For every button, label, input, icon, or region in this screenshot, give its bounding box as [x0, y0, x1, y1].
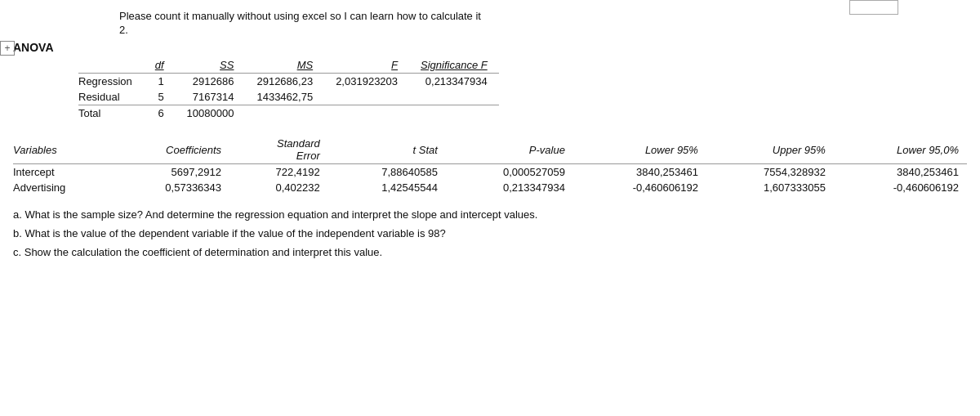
anova-cell: [409, 105, 499, 122]
anova-col-df: df: [144, 57, 176, 74]
anova-cell: 2,031923203: [324, 74, 409, 90]
number-line: 2.: [119, 24, 967, 36]
coeff-row: Intercept5697,2912722,41927,886405850,00…: [13, 164, 967, 181]
anova-col-ms: MS: [245, 57, 324, 74]
coeff-cell: 3840,253461: [573, 164, 706, 181]
coeff-cell: 3840,253461: [834, 164, 967, 181]
coeff-cell: Advertising: [13, 180, 112, 195]
anova-cell: 6: [144, 105, 176, 122]
coeff-cell: 5697,2912: [112, 164, 229, 181]
coeff-header-row: Variables Coefficients StandardError t S…: [13, 136, 967, 164]
coeff-cell: -0,460606192: [834, 180, 967, 195]
question-c: c. Show the calculation the coefficient …: [13, 244, 967, 262]
coeff-cell: 7554,328932: [706, 164, 834, 181]
question-a: a. What is the sample size? And determin…: [13, 207, 967, 224]
anova-cell: Total: [78, 105, 144, 122]
anova-cell: [324, 89, 409, 105]
coeff-col-lower95: Lower 95%: [573, 136, 706, 164]
anova-cell: 2912686,23: [245, 74, 324, 90]
coeff-cell: 722,4192: [229, 164, 328, 181]
anova-cell: 0,213347934: [409, 74, 499, 90]
coeff-col-coefficients: Coefficients: [112, 136, 229, 164]
anova-cell: Residual: [78, 89, 144, 105]
coeff-col-lower950: Lower 95,0%: [834, 136, 967, 164]
coeff-table: Variables Coefficients StandardError t S…: [13, 136, 967, 195]
coeff-cell: 0,402232: [229, 180, 328, 195]
coeff-cell: 1,42545544: [328, 180, 446, 195]
anova-col-f: F: [324, 57, 409, 74]
anova-cell: [409, 89, 499, 105]
coeff-cell: -0,460606192: [573, 180, 706, 195]
question-b: b. What is the value of the dependent va…: [13, 226, 967, 243]
anova-col-ss: SS: [176, 57, 246, 74]
coeff-cell: 7,88640585: [328, 164, 446, 181]
coeff-cell: Intercept: [13, 164, 112, 181]
anova-cell: 1: [144, 74, 176, 90]
upper-right-box: [849, 0, 898, 15]
instruction-text: Please count it manually without using e…: [119, 10, 967, 22]
anova-cell: 5: [144, 89, 176, 105]
coeff-cell: 0,213347934: [446, 180, 573, 195]
anova-header-row: df SS MS F Significance F: [78, 57, 499, 74]
anova-table: df SS MS F Significance F Regression1291…: [78, 57, 499, 121]
coeff-row: Advertising0,573363430,4022321,425455440…: [13, 180, 967, 195]
coeff-cell: 1,607333055: [706, 180, 834, 195]
coeff-cell: 0,000527059: [446, 164, 573, 181]
questions-section: a. What is the sample size? And determin…: [13, 207, 967, 261]
anova-row: Total610080000: [78, 105, 499, 122]
anova-row: Residual571673141433462,75: [78, 89, 499, 105]
anova-cell: 7167314: [176, 89, 246, 105]
anova-cell: 10080000: [176, 105, 246, 122]
coeff-col-tstat: t Stat: [328, 136, 446, 164]
anova-row: Regression129126862912686,232,0319232030…: [78, 74, 499, 90]
page-wrapper: + Please count it manually without using…: [0, 0, 980, 269]
anova-cell: [245, 105, 324, 122]
coeff-col-upper95: Upper 95%: [706, 136, 834, 164]
coeff-section: Variables Coefficients StandardError t S…: [13, 136, 967, 195]
coeff-col-stderr: StandardError: [229, 136, 328, 164]
coeff-col-pvalue: P-value: [446, 136, 573, 164]
anova-col-label: [78, 57, 144, 74]
anova-cell: [324, 105, 409, 122]
anova-cell: Regression: [78, 74, 144, 90]
coeff-col-variables: Variables: [13, 136, 112, 164]
plus-icon: +: [0, 41, 15, 56]
coeff-cell: 0,57336343: [112, 180, 229, 195]
anova-section: ANOVA df SS MS F Significance F Regressi…: [13, 41, 967, 121]
anova-cell: 2912686: [176, 74, 246, 90]
anova-col-sigf: Significance F: [409, 57, 499, 74]
anova-cell: 1433462,75: [245, 89, 324, 105]
anova-label: ANOVA: [13, 41, 967, 54]
